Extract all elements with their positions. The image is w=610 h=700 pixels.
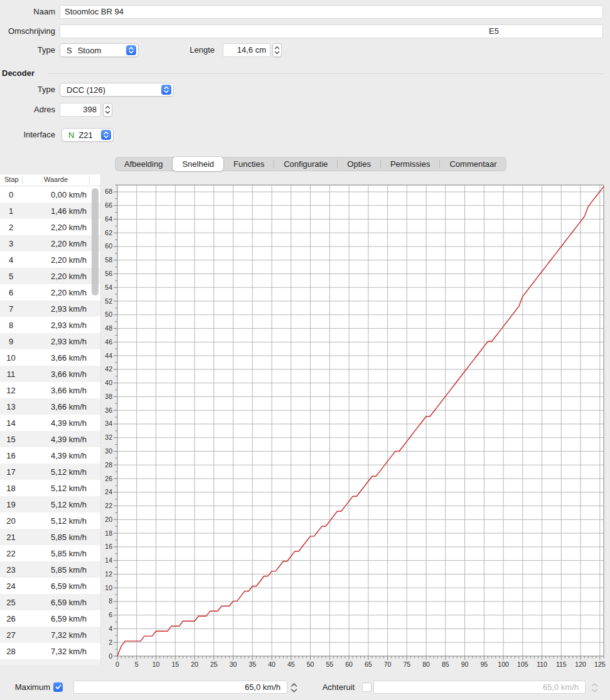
svg-text:32: 32 — [105, 433, 112, 441]
lengte-input[interactable]: 14,6 cm — [223, 43, 270, 57]
achteruit-checkbox[interactable] — [362, 682, 372, 692]
table-row[interactable]: 297,32 km/h — [0, 659, 100, 665]
tab-afbeelding[interactable]: Afbeelding — [115, 157, 172, 171]
svg-text:60: 60 — [105, 242, 112, 250]
table-row[interactable]: 82,93 km/h — [0, 317, 100, 333]
table-row[interactable]: 11,46 km/h — [0, 203, 100, 219]
table-row[interactable]: 133,66 km/h — [0, 398, 100, 415]
table-header[interactable]: Stap Waarde — [0, 174, 100, 186]
column-divider[interactable] — [22, 176, 23, 184]
speed-curve-plot[interactable]: 0510152025303540455055606570758085909510… — [100, 178, 610, 679]
svg-text:10: 10 — [105, 584, 112, 591]
table-row[interactable]: 225,85 km/h — [0, 545, 100, 561]
table-body: 00,00 km/h11,46 km/h22,20 km/h32,20 km/h… — [0, 186, 100, 665]
column-divider[interactable] — [89, 176, 90, 184]
column-header-stap[interactable]: Stap — [4, 176, 19, 183]
svg-text:55: 55 — [326, 660, 333, 668]
tab-permissies[interactable]: Permissies — [381, 157, 440, 171]
tab-configuratie[interactable]: Configuratie — [274, 157, 337, 171]
table-row[interactable]: 103,66 km/h — [0, 349, 100, 366]
table-row[interactable]: 256,59 km/h — [0, 594, 100, 610]
naam-label: Naam — [0, 5, 55, 19]
tab-bar: AfbeeldingSnelheidFunctiesConfiguratieOp… — [115, 157, 506, 171]
cell-stap: 15 — [0, 435, 22, 444]
svg-text:46: 46 — [105, 338, 112, 346]
table-row[interactable]: 72,93 km/h — [0, 300, 100, 317]
interface-dropdown[interactable]: N Z21 — [62, 128, 114, 142]
cell-stap: 14 — [0, 418, 22, 428]
decoder-type-dropdown[interactable]: DCC (126) — [60, 83, 174, 97]
decoder-type-value: DCC (126) — [67, 85, 105, 95]
svg-text:90: 90 — [461, 660, 469, 668]
tab-snelheid[interactable]: Snelheid — [173, 157, 223, 171]
maximum-checkbox[interactable] — [53, 682, 63, 692]
naam-value: Stoomloc BR 94 — [65, 7, 124, 16]
table-row[interactable]: 246,59 km/h — [0, 578, 100, 594]
cell-waarde: 5,85 km/h — [22, 549, 100, 558]
table-row[interactable]: 52,20 km/h — [0, 268, 100, 284]
stepper-arrows-icon — [105, 105, 110, 115]
table-row[interactable]: 205,12 km/h — [0, 512, 100, 529]
cell-stap: 26 — [0, 614, 22, 623]
svg-text:80: 80 — [422, 660, 430, 668]
svg-text:20: 20 — [191, 660, 198, 668]
svg-text:25: 25 — [210, 660, 218, 668]
svg-text:12: 12 — [105, 570, 112, 578]
table-row[interactable]: 195,12 km/h — [0, 496, 100, 512]
table-row[interactable]: 92,93 km/h — [0, 333, 100, 349]
achteruit-speed-value: 65,0 km/h — [543, 682, 579, 692]
table-row[interactable]: 164,39 km/h — [0, 447, 100, 464]
cell-stap: 2 — [0, 223, 22, 232]
adres-stepper[interactable] — [103, 103, 112, 117]
svg-text:105: 105 — [517, 660, 528, 668]
table-row[interactable]: 144,39 km/h — [0, 415, 100, 431]
svg-text:6: 6 — [109, 611, 112, 618]
table-row[interactable]: 123,66 km/h — [0, 382, 100, 398]
table-row[interactable]: 266,59 km/h — [0, 610, 100, 627]
table-row[interactable]: 287,32 km/h — [0, 643, 100, 659]
cell-waarde: 6,59 km/h — [22, 581, 100, 591]
table-row[interactable]: 113,66 km/h — [0, 366, 100, 382]
maximum-label: Maximum — [0, 681, 50, 694]
svg-text:40: 40 — [105, 379, 112, 386]
tab-opties[interactable]: Opties — [338, 157, 380, 171]
table-row[interactable]: 154,39 km/h — [0, 431, 100, 447]
cell-stap: 3 — [0, 239, 22, 248]
cell-waarde: 3,66 km/h — [22, 386, 100, 395]
tab-functies[interactable]: Functies — [224, 157, 274, 171]
svg-text:70: 70 — [384, 660, 392, 668]
svg-text:35: 35 — [249, 660, 256, 668]
table-scrollbar-thumb[interactable] — [92, 188, 99, 295]
omschrijving-input[interactable]: E5 — [60, 24, 603, 38]
table-row[interactable]: 00,00 km/h — [0, 186, 100, 203]
svg-text:95: 95 — [480, 660, 488, 668]
table-row[interactable]: 42,20 km/h — [0, 252, 100, 268]
type-dropdown[interactable]: S Stoom — [60, 43, 139, 57]
lengte-stepper[interactable] — [272, 43, 282, 57]
naam-input[interactable]: Stoomloc BR 94 — [60, 5, 603, 19]
cell-stap: 0 — [0, 190, 22, 199]
table-row[interactable]: 62,20 km/h — [0, 284, 100, 300]
maximum-speed-stepper[interactable] — [290, 681, 297, 694]
table-row[interactable]: 185,12 km/h — [0, 480, 100, 496]
cell-stap: 10 — [0, 353, 22, 363]
cell-waarde: 2,20 km/h — [22, 255, 100, 265]
svg-text:110: 110 — [537, 660, 547, 668]
table-row[interactable]: 22,20 km/h — [0, 219, 100, 235]
tab-commentaar[interactable]: Commentaar — [440, 157, 506, 171]
column-header-waarde[interactable]: Waarde — [23, 176, 89, 183]
cell-waarde: 3,66 km/h — [22, 353, 100, 363]
table-row[interactable]: 235,85 km/h — [0, 561, 100, 578]
table-row[interactable]: 277,32 km/h — [0, 627, 100, 643]
adres-input[interactable]: 398 — [60, 103, 101, 117]
maximum-speed-input[interactable]: 65,0 km/h — [73, 681, 287, 694]
svg-text:65: 65 — [365, 660, 372, 668]
table-row[interactable]: 32,20 km/h — [0, 235, 100, 252]
svg-text:44: 44 — [105, 352, 112, 359]
table-row[interactable]: 175,12 km/h — [0, 464, 100, 480]
cell-stap: 11 — [0, 369, 22, 379]
table-row[interactable]: 215,85 km/h — [0, 529, 100, 545]
svg-text:50: 50 — [105, 310, 112, 318]
speed-chart[interactable]: 0510152025303540455055606570758085909510… — [100, 178, 610, 679]
cell-waarde: 5,12 km/h — [22, 484, 100, 493]
